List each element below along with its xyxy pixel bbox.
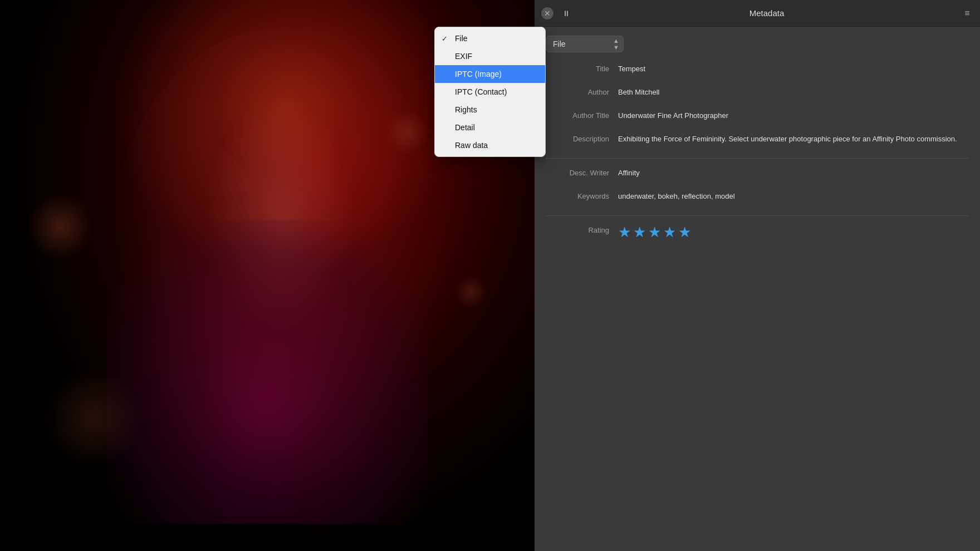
dress-glow [107, 220, 428, 524]
dropdown-label-rights: Rights [455, 105, 536, 114]
keywords-label: Keywords [546, 191, 618, 200]
keywords-row: Keywords underwater, bokeh, reflection, … [546, 191, 969, 206]
pause-button[interactable]: ⏸ [560, 7, 572, 19]
desc-writer-row: Desc. Writer Affinity [546, 168, 969, 183]
panel-header: ✕ ⏸ Metadata ≡ [535, 0, 980, 27]
panel-content: File EXIF IPTC (Image) IPTC (Contact) Ri… [535, 27, 980, 551]
check-mark-file: ✓ [442, 35, 450, 43]
bokeh-1 [27, 193, 94, 260]
dropdown-item-file[interactable]: ✓ File [435, 29, 545, 47]
dropdown-label-iptc-image: IPTC (Image) [455, 70, 536, 78]
star-2[interactable]: ★ [633, 225, 646, 239]
file-select-wrapper: File EXIF IPTC (Image) IPTC (Contact) Ri… [546, 36, 624, 52]
divider-2 [546, 215, 969, 216]
description-label: Description [546, 134, 618, 143]
metadata-filter-select[interactable]: File EXIF IPTC (Image) IPTC (Contact) Ri… [546, 36, 624, 52]
metadata-panel: ✕ ⏸ Metadata ≡ File EXIF IPTC (Image) IP… [535, 0, 980, 551]
author-title-row: Author Title Underwater Fine Art Photogr… [546, 110, 969, 126]
hamburger-button[interactable]: ≡ [961, 7, 973, 19]
rating-label: Rating [546, 225, 618, 234]
author-value: Beth Mitchell [618, 87, 969, 98]
star-1[interactable]: ★ [618, 225, 631, 239]
bokeh-4 [454, 276, 488, 309]
star-5[interactable]: ★ [678, 225, 691, 239]
dropdown-item-exif[interactable]: EXIF [435, 47, 545, 65]
panel-title: Metadata [579, 8, 954, 18]
dropdown-item-iptc-contact[interactable]: IPTC (Contact) [435, 83, 545, 101]
description-value: Exhibiting the Force of Femininity. Sele… [618, 134, 969, 145]
desc-writer-label: Desc. Writer [546, 168, 618, 177]
star-3[interactable]: ★ [648, 225, 661, 239]
dropdown-label-detail: Detail [455, 123, 536, 132]
dropdown-item-raw-data[interactable]: Raw data [435, 136, 545, 154]
pause-icon: ⏸ [562, 9, 570, 18]
close-icon: ✕ [544, 9, 551, 18]
bokeh-3 [385, 110, 429, 155]
title-row: Title Tempest [546, 63, 969, 79]
author-label: Author [546, 87, 618, 96]
rating-value: ★ ★ ★ ★ ★ [618, 225, 969, 239]
title-label: Title [546, 63, 618, 73]
desc-writer-value: Affinity [618, 168, 969, 179]
rating-row: Rating ★ ★ ★ ★ ★ [546, 225, 969, 240]
author-title-value: Underwater Fine Art Photographer [618, 110, 969, 121]
dropdown-item-detail[interactable]: Detail [435, 119, 545, 136]
title-value: Tempest [618, 63, 969, 75]
bokeh-2 [43, 368, 143, 469]
close-button[interactable]: ✕ [541, 7, 553, 19]
dropdown-label-exif: EXIF [455, 52, 536, 61]
dropdown-label-file: File [455, 34, 536, 43]
dropdown-menu: ✓ File EXIF IPTC (Image) IPTC (Contact) … [434, 27, 546, 157]
author-row: Author Beth Mitchell [546, 87, 969, 102]
author-title-label: Author Title [546, 110, 618, 120]
filter-row: File EXIF IPTC (Image) IPTC (Contact) Ri… [546, 36, 969, 52]
dropdown-item-iptc-image[interactable]: IPTC (Image) [435, 65, 545, 83]
dropdown-item-rights[interactable]: Rights [435, 101, 545, 119]
hamburger-icon: ≡ [964, 8, 969, 18]
divider-1 [546, 158, 969, 159]
star-4[interactable]: ★ [663, 225, 676, 239]
keywords-value: underwater, bokeh, reflection, model [618, 191, 969, 202]
rating-stars[interactable]: ★ ★ ★ ★ ★ [618, 225, 969, 239]
dropdown-label-raw-data: Raw data [455, 141, 536, 150]
dropdown-label-iptc-contact: IPTC (Contact) [455, 87, 536, 96]
description-row: Description Exhibiting the Force of Femi… [546, 134, 969, 149]
